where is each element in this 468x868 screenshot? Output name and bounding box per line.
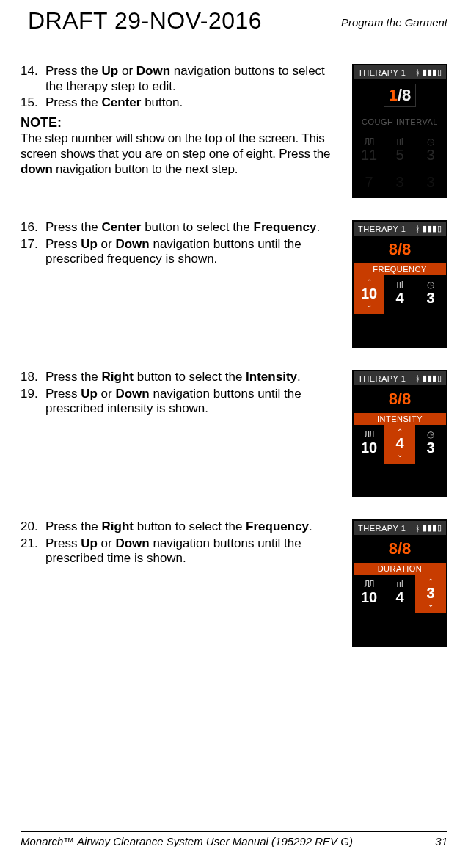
wave-icon: ЛЛ [354, 136, 384, 147]
chevron-down-icon: ⌄ [384, 452, 415, 458]
step-19-num: 19. [21, 387, 45, 417]
step-18-num: 18. [21, 370, 45, 385]
device-title: THERAPY 1 [358, 524, 406, 533]
duration-value: 3 [415, 290, 446, 307]
section-steps-14-15: 14. Press the Up or Down navigation butt… [21, 64, 447, 198]
wave-icon: ЛЛ [354, 579, 384, 589]
frequency-value: 10 [354, 440, 384, 456]
step-indicator: 8/8 [389, 240, 412, 258]
chevron-down-icon: ⌄ [354, 302, 384, 308]
frequency-value: 10 [354, 285, 384, 302]
section-steps-18-19: 18. Press the Right button to select the… [21, 370, 447, 497]
intensity-value: 4 [384, 290, 415, 307]
footer-manual-title: Monarch™ Airway Clearance System User Ma… [21, 835, 353, 847]
battery-icon: ▮▮▮▯ [423, 224, 442, 233]
device-screenshot-4: THERAPY 1 ᚼ ▮▮▮▯ 8/8 DURATION ЛЛ10 ııl4 … [352, 519, 447, 647]
duration-value: 3 [415, 440, 446, 456]
battery-icon: ▮▮▮▯ [423, 373, 442, 383]
step-21-num: 21. [21, 536, 45, 566]
duration-value: 3 [415, 585, 446, 602]
step-14-num: 14. [21, 64, 45, 94]
cough-interval-label: COUGH INTERVAL [354, 112, 446, 132]
battery-icon: ▮▮▮▯ [423, 68, 442, 77]
clock-icon: ◷ [415, 136, 446, 147]
step-16-num: 16. [21, 220, 45, 236]
step-15-num: 15. [21, 95, 45, 111]
bars-icon: ııl [384, 136, 415, 147]
frequency-label: FREQUENCY [354, 263, 446, 275]
intensity-value: 4 [384, 435, 415, 452]
step-20-num: 20. [21, 519, 45, 535]
section-steps-20-21: 20. Press the Right button to select the… [21, 519, 447, 647]
bars-icon: ııl [384, 280, 415, 290]
draft-watermark: DRAFT 29-NOV-2016 [28, 7, 262, 34]
frequency-value: 10 [354, 589, 384, 606]
step-total: /8 [398, 86, 411, 104]
bluetooth-icon: ᚼ [415, 68, 421, 77]
bluetooth-icon: ᚼ [415, 225, 421, 233]
chevron-up-icon: ⌃ [415, 579, 446, 585]
battery-icon: ▮▮▮▯ [423, 523, 442, 533]
step-15-text: Press the Center button. [45, 95, 343, 111]
bluetooth-icon: ᚼ [415, 524, 421, 533]
device-screenshot-2: THERAPY 1 ᚼ ▮▮▮▯ 8/8 FREQUENCY ⌃ 10 ⌄ ıı… [352, 220, 447, 348]
intensity-label: INTENSITY [354, 413, 446, 425]
chevron-up-icon: ⌃ [354, 280, 384, 285]
clock-icon: ◷ [415, 280, 446, 290]
bluetooth-icon: ᚼ [415, 374, 421, 383]
step-21-text: Press Up or Down navigation buttons unti… [45, 536, 343, 566]
step-20-text: Press the Right button to select the Fre… [45, 519, 343, 535]
bars-icon: ııl [384, 579, 415, 589]
chevron-down-icon: ⌄ [415, 602, 446, 608]
device-screenshot-3: THERAPY 1 ᚼ ▮▮▮▯ 8/8 INTENSITY ЛЛ10 ⌃ 4 … [352, 370, 447, 497]
wave-icon: ЛЛ [354, 429, 384, 440]
section-title: Program the Garment [341, 16, 447, 29]
step-17-num: 17. [21, 237, 45, 267]
page-footer: Monarch™ Airway Clearance System User Ma… [21, 831, 447, 847]
clock-icon: ◷ [415, 429, 446, 440]
footer-page-number: 31 [435, 835, 447, 847]
step-current: 1 [389, 86, 398, 104]
step-indicator: 8/8 [389, 390, 412, 408]
note-body: The step number will show on the top of … [21, 131, 343, 177]
step-14-text: Press the Up or Down navigation buttons … [45, 64, 343, 94]
step-16-text: Press the Center button to select the Fr… [45, 220, 343, 236]
step-indicator: 8/8 [389, 539, 412, 558]
chevron-up-icon: ⌃ [384, 429, 415, 435]
step-19-text: Press Up or Down navigation buttons unti… [45, 387, 343, 417]
section-steps-16-17: 16. Press the Center button to select th… [21, 220, 447, 348]
device-title: THERAPY 1 [358, 374, 406, 383]
step-17-text: Press Up or Down navigation buttons unti… [45, 237, 343, 267]
note-heading: NOTE: [21, 115, 343, 131]
step-18-text: Press the Right button to select the Int… [45, 370, 343, 385]
duration-label: DURATION [354, 563, 446, 575]
device-title: THERAPY 1 [358, 225, 406, 233]
intensity-value: 4 [384, 589, 415, 606]
device-screenshot-1: THERAPY 1 ᚼ ▮▮▮▯ 1/8 COUGH INTERVAL ЛЛ11… [352, 64, 447, 198]
device-title: THERAPY 1 [358, 68, 406, 77]
